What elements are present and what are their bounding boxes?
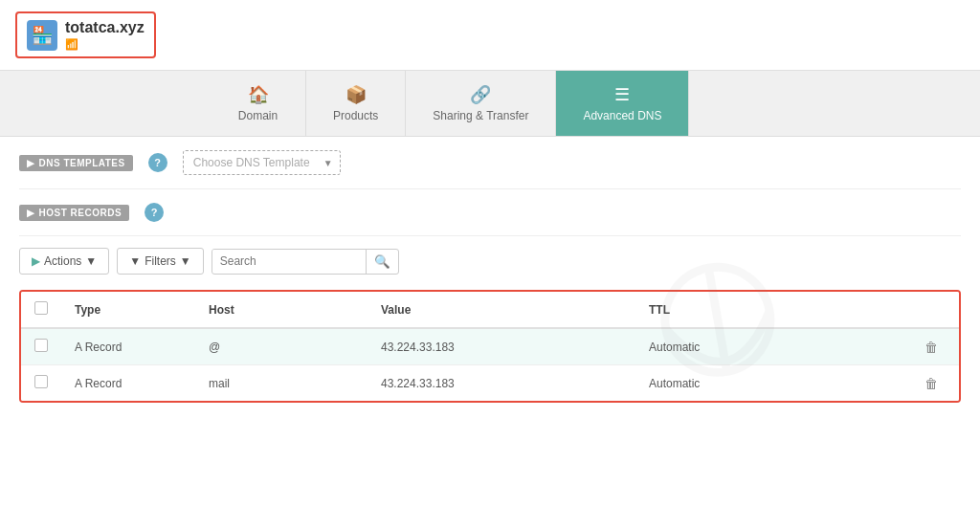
row2-type: A Record [61, 365, 195, 402]
search-button[interactable]: 🔍 [366, 250, 398, 274]
row1-type: A Record [61, 328, 195, 365]
th-checkbox [21, 292, 61, 328]
tab-products-label: Products [333, 109, 378, 122]
search-input[interactable] [212, 250, 366, 273]
tab-bar: 🏠 Domain 📦 Products 🔗 Sharing & Transfer… [0, 71, 980, 137]
actions-play-icon: ▶ [32, 254, 40, 268]
header: 🏪 totatca.xyz 📶 [0, 0, 980, 71]
row1-value: 43.224.33.183 [368, 328, 635, 365]
th-action [911, 292, 959, 328]
filters-label: Filters [145, 254, 176, 268]
domain-icon: 🏪 [27, 20, 57, 51]
toolbar: ▶ Actions ▼ ▼ Filters ▼ 🔍 [19, 236, 961, 286]
dns-templates-arrow-icon: ▶ [27, 158, 35, 168]
dns-records-table: Type Host Value TTL A Record @ 43. [21, 292, 959, 401]
row1-delete-cell: 🗑 [911, 328, 959, 365]
main-content: ▶ DNS TEMPLATES ? Choose DNS Template ▼ … [0, 137, 980, 403]
actions-button[interactable]: ▶ Actions ▼ [19, 248, 109, 275]
domain-logo-box[interactable]: 🏪 totatca.xyz 📶 [15, 11, 156, 58]
row1-checkbox-cell [21, 328, 61, 365]
row1-host: @ [195, 328, 368, 365]
th-ttl: TTL [635, 292, 911, 328]
signal-icon: 📶 [65, 38, 78, 51]
host-records-label[interactable]: ▶ HOST RECORDS [19, 205, 129, 221]
filter-icon: ▼ [129, 254, 141, 268]
row1-ttl: Automatic [635, 328, 911, 365]
sharing-tab-icon: 🔗 [470, 84, 491, 105]
host-records-help-icon[interactable]: ? [145, 203, 164, 222]
host-records-text: HOST RECORDS [39, 208, 122, 218]
dns-template-select[interactable]: Choose DNS Template [183, 150, 341, 175]
dns-templates-text: DNS TEMPLATES [39, 158, 125, 168]
row2-ttl: Automatic [635, 365, 911, 402]
domain-tab-icon: 🏠 [248, 84, 269, 105]
tab-products[interactable]: 📦 Products [306, 71, 406, 136]
tab-advanced-dns-label: Advanced DNS [583, 109, 661, 122]
products-tab-icon: 📦 [345, 84, 367, 105]
dns-templates-section: ▶ DNS TEMPLATES ? Choose DNS Template ▼ [19, 137, 961, 189]
table-row: A Record @ 43.224.33.183 Automatic 🗑 [21, 328, 959, 365]
table-row: A Record mail 43.224.33.183 Automatic 🗑 [21, 365, 959, 402]
domain-name: totatca.xyz [65, 19, 145, 36]
row2-checkbox-cell [21, 365, 61, 402]
domain-subtitle: 📶 [65, 38, 145, 51]
filters-dropdown-icon: ▼ [180, 254, 191, 268]
tab-sharing[interactable]: 🔗 Sharing & Transfer [406, 71, 556, 136]
tab-domain-label: Domain [238, 109, 278, 122]
th-host: Host [195, 292, 368, 328]
dns-records-table-container: Type Host Value TTL A Record @ 43. [19, 290, 961, 403]
actions-label: Actions [44, 254, 81, 268]
host-records-arrow-icon: ▶ [27, 208, 35, 218]
host-records-section: ▶ HOST RECORDS ? [19, 189, 961, 236]
th-type: Type [61, 292, 195, 328]
row1-checkbox[interactable] [34, 339, 48, 352]
tab-advanced-dns[interactable]: ☰ Advanced DNS [556, 71, 689, 136]
search-wrapper: 🔍 [212, 249, 399, 275]
select-all-checkbox[interactable] [34, 301, 48, 315]
dns-template-select-wrapper: Choose DNS Template ▼ [183, 150, 341, 175]
th-value: Value [368, 292, 635, 328]
actions-dropdown-icon: ▼ [85, 254, 97, 268]
dns-templates-label[interactable]: ▶ DNS TEMPLATES [19, 155, 133, 171]
tab-sharing-label: Sharing & Transfer [433, 109, 528, 122]
row2-checkbox[interactable] [34, 375, 48, 388]
row2-value: 43.224.33.183 [368, 365, 635, 402]
row1-delete-icon[interactable]: 🗑 [924, 340, 938, 355]
advanced-dns-tab-icon: ☰ [614, 84, 630, 105]
table-header-row: Type Host Value TTL [21, 292, 959, 328]
row2-host: mail [195, 365, 368, 402]
row2-delete-cell: 🗑 [911, 365, 959, 402]
filters-button[interactable]: ▼ Filters ▼ [117, 248, 203, 275]
dns-templates-help-icon[interactable]: ? [148, 153, 167, 172]
row2-delete-icon[interactable]: 🗑 [924, 376, 938, 391]
tab-domain[interactable]: 🏠 Domain [211, 71, 306, 136]
